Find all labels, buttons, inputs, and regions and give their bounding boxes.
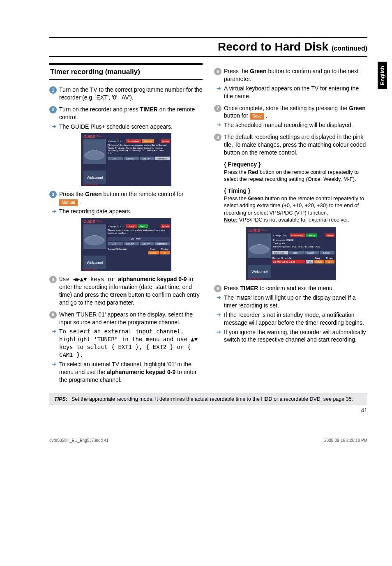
footer-left: dvdr5350H_EU_Eng537.indd 41 [49,438,108,443]
color-button: Green [349,105,365,111]
svg-text:ONCE: ONCE [315,261,322,263]
svg-text:GUIDE: GUIDE [248,229,261,233]
svg-text:Frequency: ONCE: Frequency: ONCE [273,239,293,241]
section-heading: Timer recording (manually) [50,67,202,77]
color-button: Green [85,191,101,197]
tips-box: TIPS: Set the appropriate recording mode… [49,393,367,405]
text: VPS/PDC is not available for external re… [238,217,349,223]
timing-body: Press the Green button on the remote con… [224,195,367,217]
text: Press the [224,68,250,74]
step-body: Use ◀▶▲▼ keys or alphanumeric keypad 0-9… [59,275,203,307]
svg-text:Search: Search [126,157,134,160]
svg-text:Home: Home [327,234,334,237]
step-body: Once complete, store the setting by pres… [224,104,367,120]
color-button: Green [250,68,266,74]
svg-point-4 [84,150,105,160]
step-number-icon: 8 [214,134,221,141]
svg-text:20 - May: 20 - May [131,238,141,240]
step-number-icon: 7 [214,105,221,112]
color-button: Green [248,195,264,201]
result-line: The scheduled manual recording will be d… [214,121,367,129]
text: button for [224,112,250,119]
svg-text:Editor: Editor [307,252,314,254]
text: The ' [224,294,237,301]
svg-text:Schedule: Schedule [157,243,167,245]
svg-text:GUIDE: GUIDE [83,219,96,224]
svg-text:Grid: Grid [112,157,116,160]
svg-text:Recordings set : 1/25,  VPS/PD: Recordings set : 1/25, VPS/PDC set : 0/2… [273,245,320,248]
note-label: Note: [224,217,238,223]
step-number-icon: 6 [214,68,221,75]
print-footer: dvdr5350H_EU_Eng537.indd 41 2005-09-16 2… [0,426,392,443]
tips-label: TIPS: [54,396,67,402]
ui-screenshot-1: GUIDEPlus+ Welcome! 20-May 16:47 ShowVie… [81,133,171,186]
save-tag: Save [250,113,264,120]
svg-text:GUIDE Plus+: GUIDE Plus+ [83,183,98,186]
tips-body: Set the appropriate recording mode. It d… [71,396,353,402]
key-label: TIMER [140,106,158,113]
svg-text:Plus+: Plus+ [97,220,103,222]
title-rule [49,56,367,57]
text: Press the [224,169,248,175]
page-title: Record to Hard Disk (continued) [49,40,367,53]
ui-screenshot-2: GUIDEPlus+ Welcome! 20-May 16:47 Back Ne… [81,218,171,271]
svg-text:GUIDE Plus+: GUIDE Plus+ [83,268,98,271]
column-right: 6 Press the Green button to confirm and … [214,63,367,386]
svg-text:+0: +0 [163,252,166,254]
timing-note: Note: VPS/PDC is not available for exter… [224,216,367,224]
svg-text:GUIDE Plus+: GUIDE Plus+ [248,277,263,280]
text: button on the remote control for [102,191,184,197]
step-number-icon: 3 [49,191,57,198]
svg-text:Timing: Timing [161,248,168,250]
color-button: Green [110,291,127,298]
step-9: 9 Press TIMER to confirm and exit the me… [214,284,367,292]
svg-text:Home: Home [162,140,169,143]
title-continued: (continued) [332,45,367,52]
step-body: Turn on the recorder and press TIMER on … [59,106,203,121]
svg-text:20-May  16:47: 20-May 16:47 [272,234,288,237]
step-4: 4 Use ◀▶▲▼ keys or alphanumeric keypad 0… [49,275,203,307]
svg-text:Timing: Timing [307,234,315,237]
result-line: To select an external input channel, hig… [49,328,203,359]
svg-text:21-May  18:42  02:25: 21-May 18:42 02:25 [273,261,295,263]
svg-text:ShowView: ShowView [127,140,139,143]
text: To select an external input channel, hig… [59,328,198,358]
svg-text:Record Schedule: Record Schedule [108,248,127,250]
svg-text:Frequency: Frequency [291,234,303,237]
step-number-icon: 4 [49,276,57,283]
svg-text:Timing: Timing [326,257,333,259]
svg-text:Welcome!: Welcome! [87,261,103,265]
svg-text:GUIDE: GUIDE [83,134,96,139]
step-number-icon: 9 [214,285,221,292]
footer-right: 2005-09-16 2:26:18 PM [324,438,367,443]
svg-text:Welcome!: Welcome! [87,176,103,180]
result-line: If you ignore the warning, the recorder … [214,328,367,344]
text: to confirm and exit the menu. [258,285,334,291]
svg-text:Plus+: Plus+ [97,135,103,137]
step-2: 2 Turn on the recorder and press TIMER o… [49,106,203,121]
svg-text:Next: Next [140,225,145,228]
svg-text:Home: Home [162,225,169,228]
svg-text:Back: Back [129,225,134,228]
svg-text:My TV: My TV [143,243,150,245]
frequency-body: Press the Red button on the remote contr… [224,169,367,183]
step-8: 8 The default recording settings are dis… [214,133,367,157]
svg-text:Info: Info [293,252,298,254]
result-line: The GUIDE Plus+ schedule screen appears. [49,123,203,131]
frequency-heading: { Frequency } [224,161,367,169]
text: Press [224,285,240,291]
svg-text:Freq.: Freq. [150,248,156,250]
frequency-block: { Frequency } Press the Red button on th… [214,161,367,183]
svg-text:Welcome!: Welcome! [251,270,268,274]
keypad-label: alphanumeric keypad 0-9 [118,276,187,282]
svg-text:P 01: P 01 [307,261,312,263]
svg-text:My TV: My TV [143,157,150,160]
svg-text:Record Schedule: Record Schedule [272,257,292,259]
step-body: When 'TUNER 01' appears on the display, … [59,311,203,326]
svg-text:Schedule: Schedule [157,157,167,160]
manual-tag: Manual [59,199,78,206]
step-body: Press the Green button on the remote con… [59,190,203,206]
step-body: Turn on the TV to the correct programme … [59,86,203,102]
color-button: Red [248,169,258,175]
svg-point-27 [84,236,105,245]
